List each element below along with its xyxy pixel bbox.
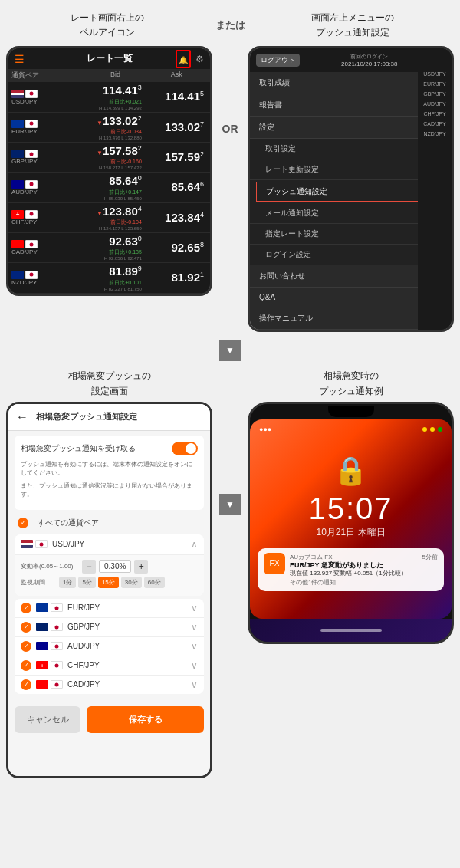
rate-row: CAD/JPY 92.630 前日比+0.135 H 92.856 L 92.4… (8, 233, 210, 263)
notif-signal: ●●● (259, 426, 271, 433)
notif-app-name: AUカブコム FX (290, 553, 333, 561)
hamburger-icon[interactable]: ☰ (15, 53, 25, 65)
menu-phone: ログアウト 前回のログイン 2021/10/20 17:03:38 ■ 取引成績… (248, 46, 454, 332)
pair-row-chfjpy[interactable]: ✓ CHF/JPY ∨ (15, 656, 204, 676)
col-pair: 通貨ペア (12, 71, 85, 81)
toggle-label: 相場急変プッシュ通知を受け取る (21, 443, 136, 454)
save-button[interactable]: 保存する (87, 706, 204, 733)
col-bid: Bid (85, 71, 146, 81)
pair-row-gbpjpy[interactable]: ✓ GBP/JPY ∨ (15, 618, 204, 637)
rate-phone: ☰ レート一覧 🔔 ⚙ 通貨ペア Bid (6, 46, 212, 295)
bottom-left-label: 相場急変プッシュの設定画面 (6, 369, 212, 398)
pair-row-eurjpy[interactable]: ✓ EUR/JPY ∨ (15, 599, 204, 618)
settings-note1: プッシュ通知を有効にするには、端末本体の通知設定をオンにしてください。 (21, 460, 198, 477)
all-pairs-label: すべての通貨ペア (38, 518, 99, 528)
push-toggle[interactable] (172, 442, 198, 455)
notif-time-ago: 5分前 (422, 553, 438, 561)
down-arrow: ▼ (219, 340, 241, 361)
lock-icon: 🔒 (334, 455, 368, 486)
time-btn-60[interactable]: 60分 (144, 577, 165, 588)
monitor-label: 監視期間 (21, 578, 59, 587)
top-left-label: レート画面右上のベルアイコン (6, 11, 209, 40)
notif-app-icon: FX (264, 553, 285, 574)
clock-time: 15:07 (250, 492, 452, 526)
rate-row: GBP/JPY ▼157.582 前日比-0.160 H 158.217 L 1… (8, 143, 210, 173)
logout-button[interactable]: ログアウト (256, 54, 300, 67)
pair-row-usdjpy[interactable]: USD/JPY ∧ (15, 534, 204, 555)
rate-label: 変動率(0.05～1.00) (21, 562, 82, 570)
rate-row: EUR/JPY ▼133.022 前日比-0.034 H 133.476 L 1… (8, 113, 210, 143)
col-ask: Ask (146, 71, 207, 81)
pair-row-audjpy[interactable]: ✓ AUD/JPY ∨ (15, 637, 204, 656)
settings-screen-title: 相場急変プッシュ通知設定 (36, 411, 137, 422)
notif-banner: FX AUカブコム FX 5分前 EUR/JPY 急変動がありました 現在値 1… (258, 548, 444, 591)
pair-row-cadjpy[interactable]: ✓ CAD/JPY ∨ (15, 676, 204, 694)
settings-note2: また、プッシュ通知は通信状況等により届かない場合があります。 (21, 482, 198, 498)
top-right-label: 画面左上メニューのプッシュ通知設定 (251, 11, 454, 40)
clock-date: 10月21日 木曜日 (250, 526, 452, 539)
menu-sub-push[interactable]: プッシュ通知設定 (256, 182, 445, 202)
gear-icon[interactable]: ⚙ (196, 54, 204, 64)
time-btn-5[interactable]: 5分 (78, 577, 95, 588)
rate-screen-title: レート一覧 (87, 52, 133, 65)
bottom-right-label: 相場急変時のプッシュ通知例 (248, 369, 454, 398)
right-pairs-panel: USD/JPY EUR/JPY GBP/JPY AUD/JPY CHF/JPY … (418, 48, 452, 330)
back-button[interactable]: ← (16, 410, 28, 424)
time-btn-1[interactable]: 1分 (59, 577, 76, 588)
notif-title: EUR/JPY 急変動がありました (290, 561, 438, 570)
notif-phone: ●●● 🔒 15:07 10月21日 木曜日 (248, 402, 454, 644)
notif-body: 現在値 132.927 変動幅 +0.051（1分比較） (290, 570, 438, 577)
arrow-spacer: ▼ (219, 494, 241, 515)
time-btn-30[interactable]: 30分 (121, 577, 142, 588)
or-middle-label: OR (222, 123, 238, 135)
rate-minus-btn[interactable]: − (82, 560, 96, 574)
rate-row: NZD/JPY 81.899 前日比+0.101 H 82.227 L 81.7… (8, 263, 210, 293)
cancel-button[interactable]: キャンセル (15, 706, 80, 733)
all-pairs-check[interactable]: ✓ (18, 518, 28, 528)
bell-icon[interactable]: 🔔 (176, 50, 191, 68)
rate-value: 0.30% (99, 560, 131, 573)
rate-row: AUD/JPY 85.640 前日比+0.147 H 85.930 L 85.4… (8, 173, 210, 202)
time-btn-15[interactable]: 15分 (98, 577, 119, 588)
notif-more: その他1件の通知 (290, 578, 438, 587)
rate-row: USD/JPY 114.413 前日比+0.021 H 114.699 L 11… (8, 82, 210, 112)
or-label: または (215, 18, 245, 32)
rate-plus-btn[interactable]: + (134, 560, 148, 574)
settings-phone: ← 相場急変プッシュ通知設定 相場急変プッシュ通知を受け取る プッシュ通知を有効… (6, 402, 212, 778)
rate-row: CHF/JPY ▼123.804 前日比-0.104 H 124.137 L 1… (8, 203, 210, 233)
